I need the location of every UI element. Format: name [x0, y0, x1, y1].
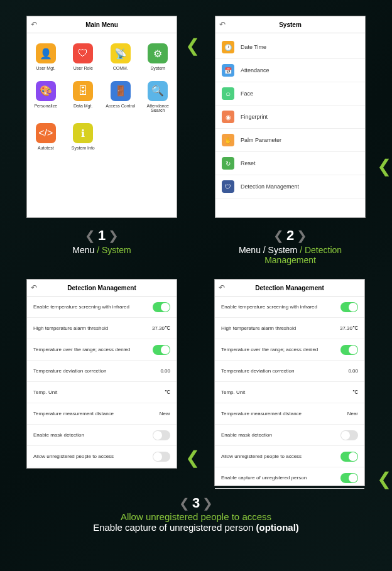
- menu-item[interactable]: ⚙System: [139, 40, 177, 77]
- step-3: ❮ 3 ❯ Allow unregistered people to acces…: [0, 495, 392, 533]
- menu-item[interactable]: ℹSystem Info: [65, 119, 102, 157]
- setting-value: 37.30℃: [152, 325, 170, 331]
- menu-grid: 👤User Mgt.🛡User Role📡COMM.⚙System🎨Person…: [27, 33, 177, 163]
- toggle[interactable]: [340, 302, 358, 312]
- back-icon[interactable]: ↶: [31, 20, 37, 29]
- setting-label: Temperature measurement distance: [221, 411, 302, 416]
- screen-title: Detection Management: [31, 285, 173, 291]
- step-nav: ❮ 1 ❯: [26, 227, 177, 244]
- step-caption: Menu / System: [26, 245, 177, 255]
- system-icon: ☺: [222, 87, 234, 100]
- step-nav: ❮ 2 ❯: [215, 227, 366, 244]
- toggle[interactable]: [340, 345, 358, 355]
- setting-value: Near: [160, 411, 170, 416]
- setting-row[interactable]: Enable mask detection: [27, 425, 177, 446]
- screen-main-menu: ↶ Main Menu 👤User Mgt.🛡User Role📡COMM.⚙S…: [26, 16, 177, 218]
- menu-icon: 👤: [36, 43, 56, 63]
- menu-icon: ⚙: [148, 43, 168, 63]
- system-row[interactable]: 🕐Date Time: [215, 36, 365, 59]
- menu-icon: 🔍: [148, 81, 168, 101]
- menu-item[interactable]: 📡COMM.: [102, 40, 139, 77]
- toggle[interactable]: [340, 430, 358, 440]
- setting-value: Near: [347, 411, 358, 416]
- setting-row[interactable]: Allow unregistered people to access: [215, 446, 364, 467]
- step-line-2: Enable capture of unregistered person (o…: [0, 522, 392, 533]
- menu-label: System: [151, 66, 165, 71]
- system-row[interactable]: 🛡Detection Management: [215, 175, 365, 198]
- setting-row[interactable]: High temperature alarm threshold37.30℃: [215, 318, 364, 339]
- menu-item[interactable]: 🛡User Role: [65, 40, 102, 77]
- system-icon: 🛡: [222, 180, 234, 193]
- toggle[interactable]: [340, 473, 358, 483]
- setting-label: Enable capture of unregistered person: [221, 475, 307, 481]
- menu-item[interactable]: 👤User Mgt.: [27, 40, 65, 77]
- system-list: 🕐Date Time📅Attendance☺Face◉Fingerprint✋P…: [215, 33, 365, 201]
- setting-row[interactable]: Temperature over the range; access denie…: [215, 339, 364, 361]
- menu-item[interactable]: </>Autotest: [27, 119, 65, 157]
- menu-label: User Role: [74, 66, 93, 71]
- setting-row[interactable]: Enable mask detection: [215, 425, 364, 446]
- step-caption: Menu / System / Detection Management: [215, 245, 366, 265]
- menu-item[interactable]: 🗄Data Mgt.: [65, 77, 102, 119]
- toggle[interactable]: [153, 452, 170, 462]
- header: ↶ System: [215, 16, 365, 33]
- menu-label: User Mgt.: [36, 66, 55, 71]
- setting-row[interactable]: Temperature deviation correction0.00: [27, 361, 177, 382]
- setting-label: Enable mask detection: [221, 432, 272, 438]
- flow-chevron-icon: ❮: [377, 156, 391, 177]
- toggle[interactable]: [153, 345, 170, 355]
- menu-item[interactable]: 🚪Access Control: [102, 77, 139, 119]
- system-row[interactable]: 📅Attendance: [215, 59, 365, 82]
- menu-label: Access Control: [106, 104, 135, 109]
- system-row[interactable]: ↻Reset: [215, 152, 365, 175]
- step-line-1: Allow unregistered people to access: [0, 511, 392, 522]
- chevron-left-icon: ❮: [273, 228, 284, 243]
- menu-icon: </>: [36, 123, 56, 143]
- step-number: 2: [286, 227, 294, 244]
- setting-label: High temperature alarm threshold: [221, 325, 296, 331]
- menu-label: Data Mgt.: [74, 104, 92, 109]
- system-row[interactable]: ☺Face: [215, 82, 365, 106]
- menu-item[interactable]: 🔍Attendance Search: [139, 77, 177, 119]
- setting-row[interactable]: Temperature deviation correction0.00: [215, 361, 364, 382]
- back-icon[interactable]: ↶: [31, 283, 37, 292]
- system-row[interactable]: ◉Fingerprint: [215, 106, 365, 129]
- setting-row[interactable]: Temp. Unit℃: [215, 382, 364, 403]
- flow-chevron-icon: ❮: [185, 35, 200, 56]
- setting-label: Temp. Unit: [221, 389, 245, 395]
- setting-row[interactable]: Enable capture of unregistered person: [215, 467, 364, 489]
- setting-label: Temperature measurement distance: [33, 411, 114, 416]
- toggle[interactable]: [153, 430, 170, 440]
- back-icon[interactable]: ↶: [219, 20, 226, 29]
- menu-label: Attendance Search: [141, 104, 176, 113]
- setting-row[interactable]: Enable temperature screening with infrar…: [27, 296, 177, 318]
- setting-row[interactable]: Temperature measurement distanceNear: [215, 403, 364, 425]
- chevron-right-icon: ❯: [202, 496, 213, 511]
- system-icon: 📅: [222, 64, 234, 77]
- system-row[interactable]: ✋Palm Parameter: [215, 129, 365, 152]
- screen-system: ↶ System 🕐Date Time📅Attendance☺Face◉Fing…: [215, 16, 366, 218]
- setting-row[interactable]: High temperature alarm threshold37.30℃: [27, 318, 177, 339]
- setting-row[interactable]: Enable temperature screening with infrar…: [215, 296, 364, 318]
- menu-item[interactable]: 🎨Personalize: [27, 77, 65, 119]
- setting-row[interactable]: Temp. Unit℃: [27, 382, 177, 403]
- toggle[interactable]: [153, 302, 170, 312]
- setting-value: 37.30℃: [340, 325, 358, 331]
- screen-detection-a: ↶ Detection Management Enable temperatur…: [26, 279, 177, 469]
- setting-row[interactable]: Temperature over the range; access denie…: [27, 339, 177, 361]
- setting-value: 0.00: [348, 368, 358, 374]
- system-label: Detection Management: [241, 183, 299, 190]
- toggle[interactable]: [340, 452, 358, 462]
- step-1: ❮ 1 ❯ Menu / System: [26, 227, 177, 265]
- menu-icon: 📡: [111, 43, 131, 63]
- setting-row[interactable]: Allow unregistered people to access: [27, 446, 177, 467]
- back-icon[interactable]: ↶: [219, 283, 225, 292]
- detection-list: Enable temperature screening with infrar…: [215, 296, 364, 489]
- setting-label: Enable mask detection: [33, 432, 84, 438]
- system-label: Date Time: [241, 44, 266, 50]
- system-label: Attendance: [241, 67, 270, 73]
- setting-label: Temperature deviation correction: [33, 368, 107, 374]
- setting-row[interactable]: Temperature measurement distanceNear: [27, 403, 177, 425]
- system-label: Face: [241, 90, 253, 97]
- menu-icon: ℹ: [73, 123, 93, 143]
